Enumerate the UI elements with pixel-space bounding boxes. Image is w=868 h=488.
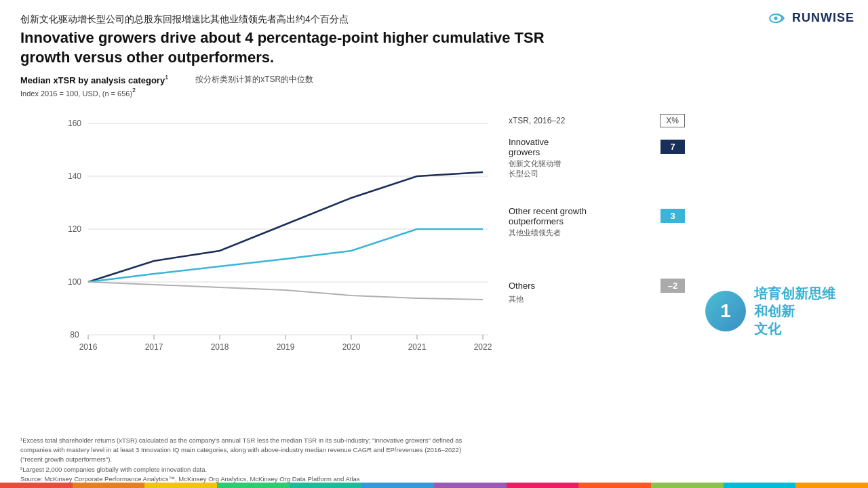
right-panel-text: 培育创新思维和创新文化	[754, 285, 848, 338]
legend-other-name-zh: 其他业绩领先者	[509, 228, 685, 238]
svg-text:2018: 2018	[211, 342, 229, 352]
bar-cyan	[724, 483, 796, 488]
subtitle-left: Median xTSR by analysis category1 Index …	[20, 74, 168, 99]
legend-item-other-recent-header: Other recent growthoutperformers 3	[509, 206, 685, 226]
header-section: 创新文化驱动增长型公司的总股东回报增速比其他业绩领先者高出约4个百分点 Inno…	[20, 14, 848, 102]
svg-text:2017: 2017	[145, 342, 163, 352]
bar-light-green	[651, 483, 724, 488]
footer-text: ¹Excess total shareholder returns (xTSR)…	[20, 432, 698, 488]
svg-text:2016: 2016	[79, 342, 98, 352]
legend-area: xTSR, 2016–22 X% Innovativegrowers 7 创新文…	[509, 107, 698, 432]
bar-deep-orange	[578, 483, 651, 488]
bar-teal	[290, 483, 362, 488]
bar-pink	[507, 483, 579, 488]
runwise-logo-icon	[769, 12, 788, 25]
legend-item-other-recent: Other recent growthoutperformers 3 其他业绩领…	[509, 206, 698, 238]
bottom-bar	[0, 483, 868, 488]
svg-text:100: 100	[68, 277, 81, 287]
svg-text:140: 140	[68, 171, 81, 181]
footer-line4: ²Largest 2,000 companies globally with c…	[20, 465, 698, 474]
full-layout: 160 140 120 100 80	[20, 107, 848, 488]
legend-other-name-en: Other recent growthoutperformers	[509, 206, 660, 226]
subtitle-zh: 按分析类别计算的xTSR的中位数	[195, 74, 313, 85]
legend-others-badge: –2	[660, 279, 685, 293]
legend-other-badge: 3	[660, 209, 685, 223]
xtsr-header: xTSR, 2016–22 X%	[509, 114, 698, 127]
subtitle-row: Median xTSR by analysis category1 Index …	[20, 74, 848, 99]
legend-item-innovative-header: Innovativegrowers 7	[509, 137, 685, 157]
footer-line2: companies with mastery level in at least…	[20, 445, 698, 455]
legend-innovative-name-zh: 创新文化驱动增长型公司	[509, 159, 685, 179]
svg-text:2019: 2019	[277, 342, 295, 352]
legend-innovative-badge: 7	[660, 140, 685, 154]
legend-innovative-name-en: Innovativegrowers	[509, 137, 660, 157]
svg-point-1	[774, 16, 778, 20]
chart-svg: 160 140 120 100 80	[54, 114, 495, 365]
legend-others-name-en: Others	[509, 281, 660, 291]
logo-text: RUNWISE	[792, 11, 854, 25]
svg-text:160: 160	[68, 119, 81, 128]
footer-line3: ("recent growth outperformers").	[20, 455, 698, 464]
chart-and-legend: 160 140 120 100 80	[20, 107, 698, 432]
legend-item-others-header: Others –2	[509, 279, 685, 293]
subtitle-en: Median xTSR by analysis category1	[20, 74, 168, 86]
bar-amber	[795, 483, 868, 488]
svg-text:80: 80	[70, 330, 79, 340]
bar-purple	[434, 483, 507, 488]
bar-red	[0, 483, 73, 488]
footer-line1: ¹Excess total shareholder returns (xTSR)…	[20, 436, 698, 445]
svg-text:2021: 2021	[408, 342, 427, 352]
left-column: 160 140 120 100 80	[20, 107, 698, 488]
title-zh: 创新文化驱动增长型公司的总股东回报增速比其他业绩领先者高出约4个百分点	[20, 14, 848, 26]
circle-number: 1	[705, 291, 746, 331]
bar-yellow	[144, 483, 217, 488]
title-en: Innovative growers drive about 4 percent…	[20, 28, 848, 67]
right-panel: 1 培育创新思维和创新文化	[698, 107, 848, 488]
svg-text:2020: 2020	[342, 342, 361, 352]
svg-text:120: 120	[68, 224, 81, 234]
bar-orange	[73, 483, 145, 488]
svg-text:2022: 2022	[474, 342, 492, 352]
subtitle-en-sub: Index 2016 = 100, USD, (n = 656)2	[20, 87, 168, 99]
bar-green	[217, 483, 290, 488]
bar-blue	[361, 483, 434, 488]
legend-item-innovative: Innovativegrowers 7 创新文化驱动增长型公司	[509, 137, 698, 179]
xtsr-label: xTSR, 2016–22	[509, 116, 565, 125]
legend-item-others: Others –2 其他	[509, 279, 698, 304]
chart-area: 160 140 120 100 80	[20, 107, 509, 432]
xtsr-badge: X%	[660, 114, 685, 127]
legend-others-name-zh: 其他	[509, 294, 685, 304]
logo-area: RUNWISE	[769, 11, 854, 25]
